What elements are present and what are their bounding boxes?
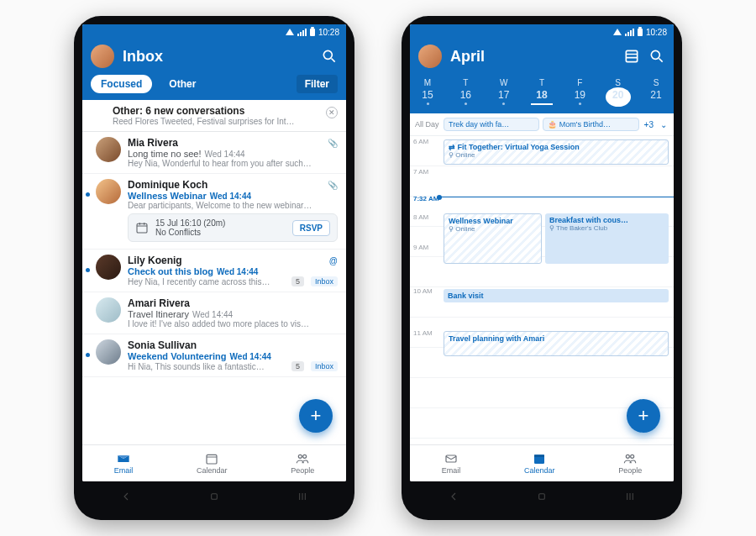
nav-people[interactable]: People bbox=[291, 452, 314, 475]
all-day-more[interactable]: +3 bbox=[643, 120, 655, 129]
message-time: Wed 14:44 bbox=[192, 310, 233, 319]
calendar-header: April bbox=[410, 39, 674, 75]
all-day-event[interactable]: 🎂 Mom's Birthd… bbox=[543, 118, 638, 131]
hour-column: 6 AM 7 AM 7:32 AM 8 AM 9 AM 10 AM 11 AM bbox=[410, 136, 440, 444]
profile-avatar[interactable] bbox=[418, 45, 442, 68]
recents-icon[interactable] bbox=[296, 490, 309, 503]
close-icon[interactable]: ✕ bbox=[326, 107, 338, 118]
search-icon[interactable] bbox=[321, 48, 338, 65]
new-event-fab[interactable]: + bbox=[627, 399, 660, 433]
compose-fab[interactable]: + bbox=[299, 399, 333, 433]
rsvp-button[interactable]: RSVP bbox=[292, 220, 330, 236]
date-cell[interactable]: 19 bbox=[569, 89, 591, 105]
statusbar: 10:28 bbox=[410, 24, 674, 39]
calendar-icon bbox=[135, 221, 149, 234]
mail-icon bbox=[116, 452, 131, 465]
android-nav bbox=[410, 481, 674, 512]
inbox-list[interactable]: Other: 6 new conversations Reed Flores T… bbox=[82, 100, 346, 444]
schedule-grid[interactable]: 6 AM 7 AM 7:32 AM 8 AM 9 AM 10 AM 11 AM … bbox=[410, 136, 674, 444]
people-icon bbox=[622, 452, 638, 465]
calendar-icon bbox=[532, 452, 547, 465]
other-banner-subtitle: Reed Flores Tweeted, Festival surprises … bbox=[113, 117, 338, 126]
back-icon[interactable] bbox=[119, 490, 133, 503]
statusbar: 10:28 bbox=[82, 24, 346, 39]
subject: Wellness Webinar bbox=[128, 191, 207, 201]
nav-email[interactable]: Email bbox=[114, 452, 134, 475]
event-yoga[interactable]: ⇄ Fit Together: Virtual Yoga Session ⚲ O… bbox=[444, 139, 669, 165]
event-webinar[interactable]: Wellness Webinar ⚲ Online bbox=[444, 213, 542, 264]
message-time: Wed 14:44 bbox=[230, 352, 271, 361]
preview: Hey Nia, Wonderful to hear from you afte… bbox=[128, 159, 338, 168]
svg-rect-2 bbox=[207, 455, 217, 464]
message-row[interactable]: Amari Rivera Travel Itinerary Wed 14:44 … bbox=[82, 292, 346, 334]
meeting-card: 15 Jul 16:10 (20m) No Conflicts RSVP bbox=[128, 213, 338, 242]
meeting-time: 15 Jul 16:10 (20m) bbox=[155, 218, 225, 228]
meeting-status: No Conflicts bbox=[155, 228, 225, 237]
inbox-title: Inbox bbox=[123, 48, 312, 66]
svg-point-12 bbox=[631, 455, 634, 458]
sender-avatar bbox=[96, 179, 121, 204]
message-row[interactable]: Lily Koenig @ Check out this blog Wed 14… bbox=[82, 250, 346, 292]
svg-rect-5 bbox=[212, 494, 218, 500]
recents-icon[interactable] bbox=[623, 490, 637, 503]
home-icon[interactable] bbox=[535, 490, 549, 503]
status-time: 10:28 bbox=[646, 28, 667, 37]
inbox-header: Inbox bbox=[82, 39, 346, 75]
nav-calendar[interactable]: Calendar bbox=[197, 452, 228, 475]
event-travel[interactable]: Travel planning with Amari bbox=[444, 331, 669, 356]
chevron-down-icon[interactable]: ⌄ bbox=[659, 120, 669, 129]
preview: Hi Nia, This sounds like a fantastic… bbox=[128, 362, 285, 371]
screen-inbox: 10:28 Inbox Focused Other Filter Other: … bbox=[82, 24, 346, 481]
mail-icon bbox=[444, 452, 459, 465]
other-conversations-banner[interactable]: Other: 6 new conversations Reed Flores T… bbox=[82, 100, 346, 132]
tab-focused[interactable]: Focused bbox=[91, 75, 152, 93]
svg-point-4 bbox=[303, 455, 307, 458]
mention-icon: @ bbox=[329, 256, 338, 265]
svg-point-11 bbox=[626, 455, 629, 458]
battery-icon bbox=[638, 29, 643, 36]
nav-calendar[interactable]: Calendar bbox=[524, 452, 555, 475]
back-icon[interactable] bbox=[447, 490, 460, 503]
svg-rect-1 bbox=[137, 223, 147, 233]
sender-name: Lily Koenig bbox=[128, 255, 326, 266]
sender-name: Mia Rivera bbox=[128, 137, 324, 149]
event-breakfast[interactable]: Breakfast with cous… ⚲ The Baker's Club bbox=[545, 213, 669, 264]
svg-rect-10 bbox=[534, 455, 544, 457]
all-day-event[interactable]: Trek day with fa… bbox=[444, 118, 539, 131]
nav-email[interactable]: Email bbox=[442, 452, 461, 475]
date-cell[interactable]: 15 bbox=[417, 89, 438, 105]
message-row[interactable]: Sonia Sullivan Weekend Volunteering Wed … bbox=[82, 334, 346, 377]
wifi-icon bbox=[286, 29, 294, 35]
sender-avatar bbox=[96, 137, 121, 162]
filter-button[interactable]: Filter bbox=[297, 75, 338, 93]
date-cell-today[interactable]: 18 bbox=[531, 89, 553, 105]
search-icon[interactable] bbox=[648, 48, 665, 65]
android-nav bbox=[82, 481, 346, 512]
sender-name: Amari Rivera bbox=[128, 297, 338, 309]
count-chip: 5 bbox=[291, 276, 304, 286]
svg-rect-13 bbox=[539, 494, 545, 500]
svg-rect-6 bbox=[626, 50, 637, 61]
battery-icon bbox=[310, 29, 315, 36]
folder-chip: Inbox bbox=[311, 276, 338, 286]
bottom-nav: Email Calendar People bbox=[82, 444, 346, 481]
tab-other[interactable]: Other bbox=[159, 75, 206, 93]
sender-name: Sonia Sullivan bbox=[128, 339, 338, 351]
date-cell[interactable]: 21 bbox=[645, 89, 667, 105]
home-icon[interactable] bbox=[207, 490, 221, 503]
count-chip: 5 bbox=[291, 361, 304, 371]
subject: Weekend Volunteering bbox=[128, 351, 227, 361]
agenda-icon[interactable] bbox=[623, 48, 640, 65]
sender-name: Dominique Koch bbox=[128, 179, 324, 191]
event-bank[interactable]: Bank visit bbox=[444, 289, 669, 302]
now-indicator bbox=[440, 197, 674, 197]
date-cell[interactable]: 17 bbox=[493, 89, 515, 105]
nav-people[interactable]: People bbox=[618, 452, 642, 475]
message-row[interactable]: Dominique Koch 📎 Wellness Webinar Wed 14… bbox=[82, 174, 346, 250]
day-labels: M T W T F S S bbox=[417, 78, 667, 87]
message-row[interactable]: Mia Rivera 📎 Long time no see! Wed 14:44… bbox=[82, 132, 346, 174]
date-cell-selected[interactable]: 20 bbox=[607, 89, 629, 105]
calendar-title[interactable]: April bbox=[450, 48, 615, 66]
profile-avatar[interactable] bbox=[91, 45, 114, 68]
date-cell[interactable]: 16 bbox=[454, 89, 476, 105]
